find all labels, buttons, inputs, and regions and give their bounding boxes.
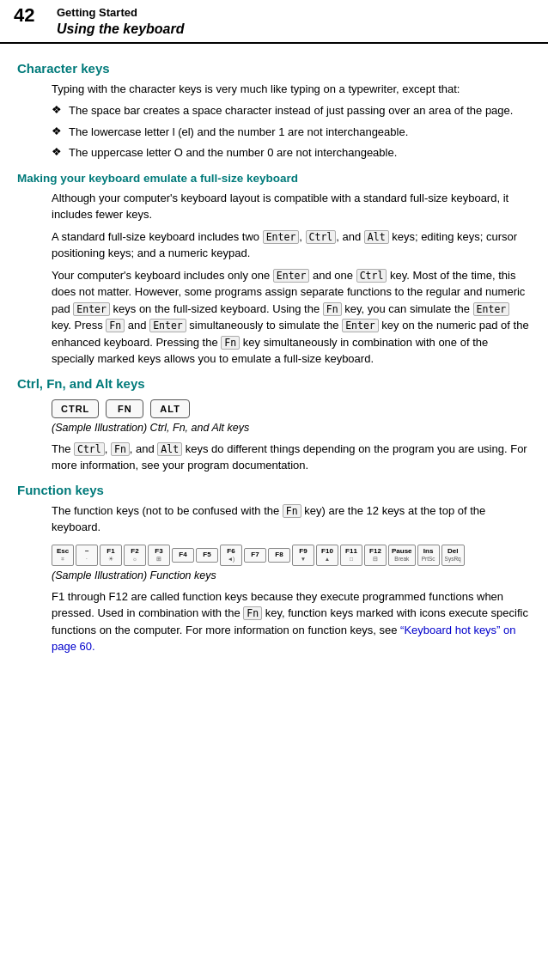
ctrl-inline: Ctrl <box>74 442 105 456</box>
alt-inline: Alt <box>157 442 182 456</box>
ctrl-key-inline: Ctrl <box>306 230 337 244</box>
ctrl-key2: Ctrl <box>356 269 387 283</box>
enter-key2: Enter <box>273 269 310 283</box>
f6-key: F6◄) <box>220 545 242 566</box>
f1-key: F1☀ <box>100 545 122 566</box>
f7-key: F7 <box>244 548 266 562</box>
full-size-para-3: Your computer's keyboard includes only o… <box>52 267 531 368</box>
esc-key: Esc⌗ <box>52 545 74 566</box>
fn-inline: Fn <box>111 442 130 456</box>
bullet-text-2: The lowercase letter l (el) and the numb… <box>69 124 531 141</box>
enter-key5: Enter <box>149 319 186 332</box>
bullet-item-1: ❖ The space bar creates a space characte… <box>52 102 531 119</box>
fn-key-box-large: FN <box>106 399 143 418</box>
f9-key: F9▼ <box>292 545 314 566</box>
ctrl-key-box: CTRL <box>52 399 99 418</box>
ins-key: InsPrtSc <box>417 545 440 566</box>
pause-key: PauseBreak <box>388 545 416 566</box>
bullet-text-3: The uppercase letter O and the number 0 … <box>69 144 531 161</box>
fn-key2: Fn <box>106 319 125 332</box>
full-size-para-2: A standard full-size keyboard includes t… <box>52 228 531 262</box>
function-keys-heading: Function keys <box>17 483 531 497</box>
bullet-item-2: ❖ The lowercase letter l (el) and the nu… <box>52 124 531 141</box>
enter-key6: Enter <box>342 319 379 332</box>
tilde-key: ~· <box>76 545 98 566</box>
ctrl-fn-alt-heading: Ctrl, Fn, and Alt keys <box>17 376 531 391</box>
bullet-diamond-3: ❖ <box>52 145 62 158</box>
function-keys-intro: The function keys (not to be confused wi… <box>52 502 531 536</box>
header-title: Using the keyboard <box>57 21 184 39</box>
bullet-diamond-1: ❖ <box>52 103 62 116</box>
ctrl-fn-alt-body: The Ctrl, Fn, and Alt keys do different … <box>52 441 531 474</box>
f3-key: F3⊞ <box>148 545 170 566</box>
full-size-para-1: Although your computer's keyboard layout… <box>52 190 531 223</box>
del-key: DelSysRq <box>441 545 465 566</box>
fn-key1: Fn <box>323 302 342 316</box>
fn-key3: Fn <box>221 336 240 350</box>
page-number: 42 <box>14 5 41 26</box>
bullet-text-1: The space bar creates a space character … <box>69 102 531 119</box>
f12-key: F12⊟ <box>364 545 387 566</box>
alt-key-box: ALT <box>150 399 190 418</box>
character-keys-heading: Character keys <box>17 61 531 76</box>
f8-key: F8 <box>268 548 290 562</box>
keyboard-hotkeys-link[interactable]: “Keyboard hot keys” on page 60. <box>52 624 516 654</box>
f10-key: F10▲ <box>316 545 338 566</box>
main-content: Character keys Typing with the character… <box>0 44 548 669</box>
function-keys-illustration: Esc⌗ ~· F1☀ F2☼ F3⊞ F4 F5 F6◄) F7 F8 F9▼… <box>52 545 531 566</box>
header-section: Getting Started <box>57 5 184 21</box>
function-keys-caption: (Sample Illustration) Function keys <box>52 569 531 581</box>
alt-key-inline: Alt <box>364 230 389 244</box>
ctrl-fn-alt-keys-illustration: CTRL FN ALT <box>52 399 531 418</box>
ctrl-fn-alt-caption: (Sample Illustration) Ctrl, Fn, and Alt … <box>52 422 531 434</box>
enter-key-inline: Enter <box>263 230 300 244</box>
header-text-block: Getting Started Using the keyboard <box>57 5 184 39</box>
enter-key3: Enter <box>73 302 110 316</box>
page-header: 42 Getting Started Using the keyboard <box>0 0 548 44</box>
bullet-diamond-2: ❖ <box>52 125 62 137</box>
enter-key4: Enter <box>473 302 510 316</box>
f4-key: F4 <box>172 548 194 562</box>
full-size-keyboard-heading: Making your keyboard emulate a full-size… <box>17 172 531 185</box>
f2-key: F2☼ <box>124 545 146 566</box>
fn-key-body: Fn <box>243 606 262 620</box>
fn-key-intro: Fn <box>283 504 301 518</box>
bullet-item-3: ❖ The uppercase letter O and the number … <box>52 144 531 161</box>
function-keys-body: F1 through F12 are called function keys … <box>52 588 531 655</box>
character-keys-intro: Typing with the character keys is very m… <box>52 81 531 98</box>
f11-key: F11□ <box>340 545 362 566</box>
f5-key: F5 <box>196 548 218 562</box>
